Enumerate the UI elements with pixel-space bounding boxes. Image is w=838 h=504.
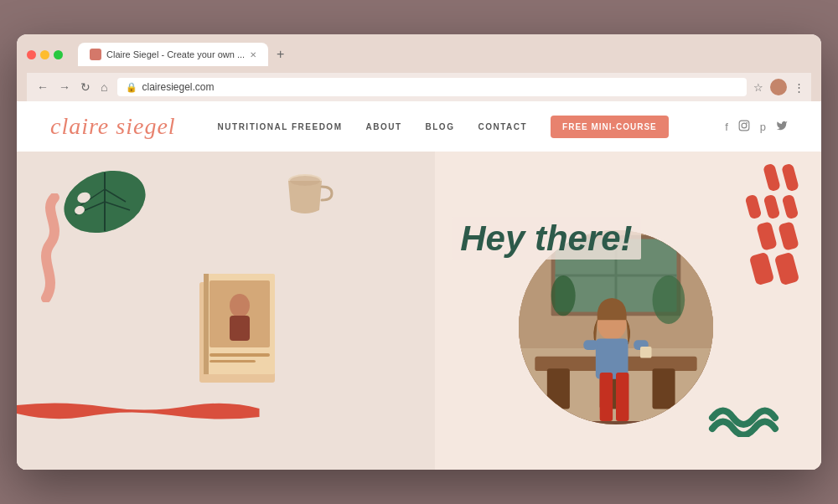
red-dashes-decoration [747,164,796,288]
browser-nav-buttons: ← → ↻ ⌂ [34,79,111,95]
website-content: claire siegel NutRitionAL FREEDOM ABOUT … [17,101,821,470]
svg-rect-20 [210,353,270,357]
browser-actions: ☆ ⋮ [753,79,804,95]
book-mockup [183,265,292,403]
svg-point-13 [290,176,320,186]
svg-rect-33 [652,368,675,409]
avatar-icon[interactable] [770,79,787,95]
browser-tabs: Claire Siegel - Create your own ... ✕ + [78,43,291,66]
pinterest-icon[interactable]: p [760,121,766,133]
browser-window: Claire Siegel - Create your own ... ✕ + … [17,34,821,470]
hey-there-heading: Hey there! [452,219,640,259]
browser-chrome: Claire Siegel - Create your own ... ✕ + … [17,34,821,101]
active-tab[interactable]: Claire Siegel - Create your own ... ✕ [78,43,268,66]
facebook-icon[interactable]: f [725,121,728,133]
plant-leaf-decoration [59,164,151,243]
tab-favicon [90,49,101,60]
reload-button[interactable]: ↻ [77,79,94,95]
traffic-lights [27,50,63,59]
nav-link-nutritional-freedom[interactable]: NutRitionAL FREEDOM [218,122,343,131]
forward-button[interactable]: → [55,79,74,95]
minimize-button[interactable] [40,50,49,59]
svg-rect-0 [739,121,749,131]
menu-icon[interactable]: ⋮ [794,81,804,94]
teal-wave-decoration [708,399,784,440]
coffee-cup-decoration [280,168,334,226]
address-bar[interactable]: 🔒 clairesiegel.com [117,78,747,96]
svg-rect-38 [583,340,597,350]
nav-link-about[interactable]: ABOUT [365,122,401,131]
nav-links: NutRitionAL FREEDOM ABOUT BLOG CONTACT F… [218,116,701,138]
address-bar-row: ← → ↻ ⌂ 🔒 clairesiegel.com ☆ ⋮ [27,73,811,101]
nav-link-blog[interactable]: BLOG [426,122,455,131]
svg-point-18 [230,294,250,317]
svg-rect-31 [546,368,569,409]
nav-link-contact[interactable]: CONTACT [478,122,527,131]
site-logo[interactable]: claire siegel [50,113,176,140]
svg-rect-36 [599,373,612,421]
svg-rect-16 [204,274,209,374]
hero-right-panel: Hey there! [435,152,821,470]
social-links: f p [725,120,788,134]
site-navigation: claire siegel NutRitionAL FREEDOM ABOUT … [17,101,821,152]
maximize-button[interactable] [54,50,63,59]
url-text: clairesiegel.com [142,81,214,93]
svg-point-29 [551,275,575,316]
hero-section: Hey there! [17,152,821,470]
svg-rect-21 [210,360,256,363]
hero-left-panel [17,152,435,470]
svg-point-28 [652,275,685,324]
svg-rect-40 [640,347,652,358]
back-button[interactable]: ← [34,79,52,95]
close-button[interactable] [27,50,36,59]
lock-icon: 🔒 [126,82,137,93]
svg-point-1 [742,123,747,128]
home-button[interactable]: ⌂ [97,79,111,95]
svg-point-2 [746,121,747,123]
svg-rect-19 [230,316,250,341]
tab-close-icon[interactable]: ✕ [250,50,256,59]
browser-controls: Claire Siegel - Create your own ... ✕ + [27,43,811,66]
pink-squiggle-decoration [38,193,67,306]
bookmark-icon[interactable]: ☆ [753,81,763,94]
svg-rect-37 [616,373,628,421]
free-mini-course-button[interactable]: FREE MINI-COURSE [551,116,669,138]
new-tab-button[interactable]: + [270,43,291,66]
tab-title: Claire Siegel - Create your own ... [106,49,245,59]
instagram-icon[interactable] [738,120,750,134]
twitter-icon[interactable] [776,120,788,134]
